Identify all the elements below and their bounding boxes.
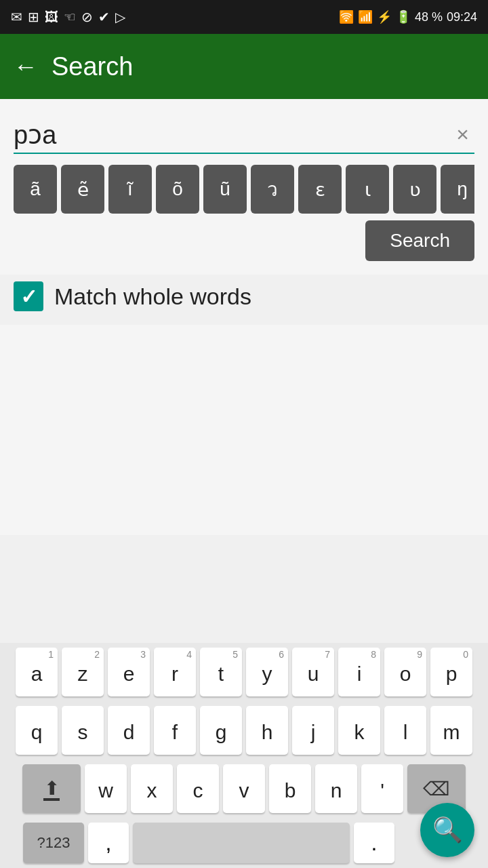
play-icon: ▷ [115,9,125,25]
checkmark-icon: ✓ [20,285,37,309]
page-title: Search [52,52,133,81]
special-char-u-tilde[interactable]: ũ [203,165,247,214]
special-char-e-tilde[interactable]: ẽ [61,165,104,214]
clear-button[interactable]: × [451,119,474,150]
bolt-icon: ⚡ [377,9,392,24]
search-input[interactable] [14,120,451,149]
keyboard-row-3: ⬆ w x c v b n ' ⌫ [0,760,488,818]
key-period[interactable]: . [354,823,394,863]
signal-icon: 📶 [358,9,373,24]
search-btn-row: Search [14,220,474,261]
block-icon: ⊘ [81,9,93,25]
special-char-iota[interactable]: ɩ [346,165,389,214]
match-whole-words-checkbox[interactable]: ✓ [14,281,43,311]
shift-key[interactable]: ⬆ [22,764,81,813]
check-icon: ✔ [98,9,110,25]
match-whole-words-label: Match whole words [54,283,251,310]
special-char-a-tilde[interactable]: ã [14,165,57,214]
keyboard: 1 a 2 z 3 e 4 r 5 t 6 y 7 u 8 i [0,643,488,868]
key-v[interactable]: v [223,764,265,813]
key-p[interactable]: 0 p [430,648,472,696]
shift-icon: ⬆ [43,777,60,801]
special-char-epsilon[interactable]: ɛ [298,165,342,214]
key-comma[interactable]: , [88,823,129,863]
special-char-i-tilde[interactable]: ĩ [108,165,152,214]
key-n[interactable]: n [315,764,357,813]
keyboard-row-2: q s d f g h j k l m [0,701,488,760]
special-char-wo[interactable]: ว [251,165,294,214]
key-apostrophe[interactable]: ' [361,764,403,813]
search-area: × ã ẽ ĩ õ ũ ว ɛ ɩ ʋ ŋ Search [0,99,488,275]
special-char-o-tilde[interactable]: õ [156,165,199,214]
status-bar-left: ✉ ⊞ 🖼 ☜ ⊘ ✔ ▷ [11,9,125,25]
keyboard-row-1: 1 a 2 z 3 e 4 r 5 t 6 y 7 u 8 i [0,643,488,701]
key-c[interactable]: c [177,764,219,813]
key-123[interactable]: ?123 [23,823,84,863]
key-e[interactable]: 3 e [108,648,150,696]
battery-icon: 🔋 [396,9,411,24]
status-icon-2: ⊞ [28,9,39,25]
fab-search-icon: 🔍 [432,816,463,844]
key-x[interactable]: x [131,764,173,813]
content-area [0,325,488,535]
key-g[interactable]: g [200,706,242,755]
key-t[interactable]: 5 t [200,648,242,696]
key-s[interactable]: s [62,706,104,755]
match-whole-words-row: ✓ Match whole words [0,275,488,325]
search-button[interactable]: Search [365,220,474,261]
battery-percent: 48 % [415,10,443,24]
key-w[interactable]: w [85,764,127,813]
key-a[interactable]: 1 a [16,648,58,696]
key-i[interactable]: 8 i [338,648,380,696]
status-bar: ✉ ⊞ 🖼 ☜ ⊘ ✔ ▷ 🛜 📶 ⚡ 🔋 48 % 09:24 [0,0,488,34]
key-space[interactable] [133,823,350,863]
special-char-upsilon[interactable]: ʋ [393,165,436,214]
key-u[interactable]: 7 u [292,648,334,696]
key-k[interactable]: k [338,706,380,755]
key-z[interactable]: 2 z [62,648,104,696]
key-r[interactable]: 4 r [154,648,196,696]
keyboard-row-4: ?123 , . [0,818,488,868]
special-char-eng[interactable]: ŋ [441,165,474,214]
key-h[interactable]: h [246,706,288,755]
key-j[interactable]: j [292,706,334,755]
fab-search-button[interactable]: 🔍 [420,803,474,857]
key-b[interactable]: b [269,764,311,813]
special-chars-row: ã ẽ ĩ õ ũ ว ɛ ɩ ʋ ŋ [14,165,474,214]
image-icon: 🖼 [45,9,58,25]
status-bar-right: 🛜 📶 ⚡ 🔋 48 % 09:24 [339,9,477,24]
top-bar: ← Search [0,34,488,99]
key-l[interactable]: l [384,706,426,755]
key-f[interactable]: f [154,706,196,755]
key-o[interactable]: 9 o [384,648,426,696]
time: 09:24 [447,10,477,24]
key-d[interactable]: d [108,706,150,755]
back-button[interactable]: ← [14,54,38,79]
backspace-icon: ⌫ [423,778,450,800]
mail-icon: ✉ [11,9,22,25]
wifi-icon: 🛜 [339,9,354,24]
key-m[interactable]: m [430,706,472,755]
touch-icon: ☜ [64,9,76,25]
key-y[interactable]: 6 y [246,648,288,696]
key-q[interactable]: q [16,706,58,755]
search-input-row: × [14,119,474,154]
